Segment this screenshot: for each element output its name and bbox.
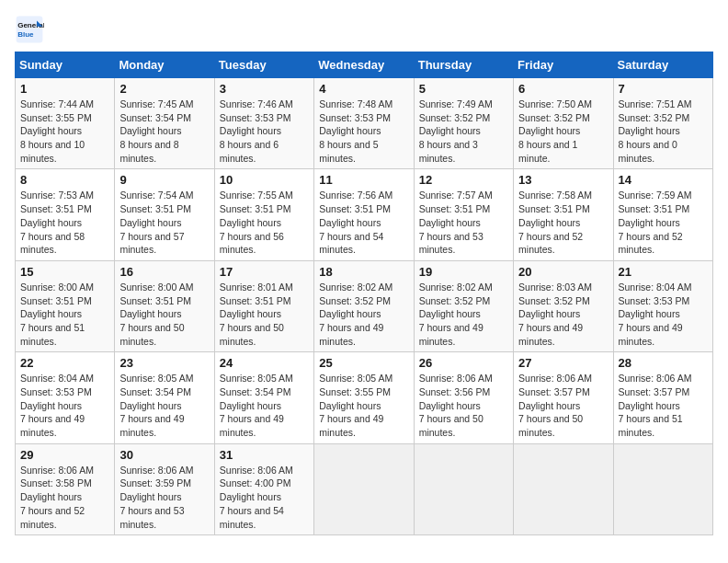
day-number: 27 <box>518 356 608 370</box>
day-info: Sunrise: 8:03 AM Sunset: 3:52 PM Dayligh… <box>518 281 608 348</box>
calendar-cell: 12 Sunrise: 7:57 AM Sunset: 3:51 PM Dayl… <box>414 169 513 260</box>
svg-text:Blue: Blue <box>17 30 34 39</box>
calendar-cell: 8 Sunrise: 7:53 AM Sunset: 3:51 PM Dayli… <box>16 169 115 260</box>
calendar: SundayMondayTuesdayWednesdayThursdayFrid… <box>15 52 713 535</box>
day-info: Sunrise: 8:06 AM Sunset: 4:00 PM Dayligh… <box>220 464 309 531</box>
day-number: 1 <box>20 82 109 96</box>
day-number: 10 <box>220 173 309 187</box>
day-info: Sunrise: 8:04 AM Sunset: 3:53 PM Dayligh… <box>619 281 708 348</box>
day-number: 21 <box>619 265 708 279</box>
calendar-cell: 1 Sunrise: 7:44 AM Sunset: 3:55 PM Dayli… <box>16 78 115 169</box>
calendar-cell: 29 Sunrise: 8:06 AM Sunset: 3:58 PM Dayl… <box>16 443 115 534</box>
calendar-cell <box>314 443 414 534</box>
day-info: Sunrise: 8:00 AM Sunset: 3:51 PM Dayligh… <box>119 281 209 348</box>
calendar-cell: 28 Sunrise: 8:06 AM Sunset: 3:57 PM Dayl… <box>613 352 712 443</box>
day-info: Sunrise: 7:46 AM Sunset: 3:53 PM Dayligh… <box>220 98 309 165</box>
calendar-cell: 23 Sunrise: 8:05 AM Sunset: 3:54 PM Dayl… <box>115 352 214 443</box>
day-info: Sunrise: 7:48 AM Sunset: 3:53 PM Dayligh… <box>319 98 408 165</box>
day-number: 22 <box>20 356 109 370</box>
day-header-friday: Friday <box>514 52 613 78</box>
logo-icon: General Blue <box>15 15 44 44</box>
day-info: Sunrise: 7:56 AM Sunset: 3:51 PM Dayligh… <box>319 189 408 256</box>
day-number: 11 <box>319 173 408 187</box>
calendar-cell: 4 Sunrise: 7:48 AM Sunset: 3:53 PM Dayli… <box>314 78 414 169</box>
calendar-cell: 14 Sunrise: 7:59 AM Sunset: 3:51 PM Dayl… <box>613 169 712 260</box>
calendar-cell: 22 Sunrise: 8:04 AM Sunset: 3:53 PM Dayl… <box>16 352 115 443</box>
day-number: 12 <box>419 173 508 187</box>
day-info: Sunrise: 8:06 AM Sunset: 3:57 PM Dayligh… <box>518 372 608 439</box>
day-info: Sunrise: 7:59 AM Sunset: 3:51 PM Dayligh… <box>619 189 708 256</box>
day-number: 30 <box>119 448 209 462</box>
day-number: 18 <box>319 265 408 279</box>
calendar-cell: 6 Sunrise: 7:50 AM Sunset: 3:52 PM Dayli… <box>514 78 613 169</box>
day-header-tuesday: Tuesday <box>214 52 313 78</box>
day-info: Sunrise: 7:58 AM Sunset: 3:51 PM Dayligh… <box>518 189 608 256</box>
day-number: 23 <box>119 356 209 370</box>
day-number: 3 <box>220 82 309 96</box>
calendar-cell: 10 Sunrise: 7:55 AM Sunset: 3:51 PM Dayl… <box>214 169 313 260</box>
day-number: 8 <box>20 173 109 187</box>
calendar-cell: 17 Sunrise: 8:01 AM Sunset: 3:51 PM Dayl… <box>214 260 313 351</box>
day-number: 17 <box>220 265 309 279</box>
week-row-3: 15 Sunrise: 8:00 AM Sunset: 3:51 PM Dayl… <box>16 260 713 351</box>
day-info: Sunrise: 7:44 AM Sunset: 3:55 PM Dayligh… <box>20 98 109 165</box>
calendar-cell: 11 Sunrise: 7:56 AM Sunset: 3:51 PM Dayl… <box>314 169 414 260</box>
day-header-thursday: Thursday <box>414 52 513 78</box>
day-header-saturday: Saturday <box>613 52 712 78</box>
calendar-cell: 31 Sunrise: 8:06 AM Sunset: 4:00 PM Dayl… <box>214 443 313 534</box>
calendar-cell: 30 Sunrise: 8:06 AM Sunset: 3:59 PM Dayl… <box>115 443 214 534</box>
day-header-wednesday: Wednesday <box>314 52 414 78</box>
calendar-cell: 13 Sunrise: 7:58 AM Sunset: 3:51 PM Dayl… <box>514 169 613 260</box>
week-row-2: 8 Sunrise: 7:53 AM Sunset: 3:51 PM Dayli… <box>16 169 713 260</box>
day-info: Sunrise: 8:06 AM Sunset: 3:59 PM Dayligh… <box>119 464 209 531</box>
calendar-cell <box>514 443 613 534</box>
day-number: 24 <box>220 356 309 370</box>
day-info: Sunrise: 7:49 AM Sunset: 3:52 PM Dayligh… <box>419 98 508 165</box>
week-row-5: 29 Sunrise: 8:06 AM Sunset: 3:58 PM Dayl… <box>16 443 713 534</box>
calendar-cell: 16 Sunrise: 8:00 AM Sunset: 3:51 PM Dayl… <box>115 260 214 351</box>
week-row-1: 1 Sunrise: 7:44 AM Sunset: 3:55 PM Dayli… <box>16 78 713 169</box>
day-number: 2 <box>119 82 209 96</box>
calendar-cell: 5 Sunrise: 7:49 AM Sunset: 3:52 PM Dayli… <box>414 78 513 169</box>
day-info: Sunrise: 8:05 AM Sunset: 3:55 PM Dayligh… <box>319 372 408 439</box>
day-number: 13 <box>518 173 608 187</box>
calendar-cell: 25 Sunrise: 8:05 AM Sunset: 3:55 PM Dayl… <box>314 352 414 443</box>
day-info: Sunrise: 8:06 AM Sunset: 3:57 PM Dayligh… <box>619 372 708 439</box>
calendar-cell: 3 Sunrise: 7:46 AM Sunset: 3:53 PM Dayli… <box>214 78 313 169</box>
day-info: Sunrise: 8:06 AM Sunset: 3:56 PM Dayligh… <box>419 372 508 439</box>
logo: General Blue <box>15 15 48 44</box>
day-info: Sunrise: 8:06 AM Sunset: 3:58 PM Dayligh… <box>20 464 109 531</box>
calendar-cell: 7 Sunrise: 7:51 AM Sunset: 3:52 PM Dayli… <box>613 78 712 169</box>
day-number: 26 <box>419 356 508 370</box>
day-number: 4 <box>319 82 408 96</box>
day-info: Sunrise: 7:53 AM Sunset: 3:51 PM Dayligh… <box>20 189 109 256</box>
day-info: Sunrise: 8:01 AM Sunset: 3:51 PM Dayligh… <box>220 281 309 348</box>
calendar-cell: 27 Sunrise: 8:06 AM Sunset: 3:57 PM Dayl… <box>514 352 613 443</box>
day-number: 19 <box>419 265 508 279</box>
day-info: Sunrise: 7:50 AM Sunset: 3:52 PM Dayligh… <box>518 98 608 165</box>
calendar-cell: 19 Sunrise: 8:02 AM Sunset: 3:52 PM Dayl… <box>414 260 513 351</box>
header-row: SundayMondayTuesdayWednesdayThursdayFrid… <box>16 52 713 78</box>
calendar-cell: 20 Sunrise: 8:03 AM Sunset: 3:52 PM Dayl… <box>514 260 613 351</box>
calendar-cell: 9 Sunrise: 7:54 AM Sunset: 3:51 PM Dayli… <box>115 169 214 260</box>
day-info: Sunrise: 8:02 AM Sunset: 3:52 PM Dayligh… <box>319 281 408 348</box>
day-number: 20 <box>518 265 608 279</box>
day-number: 29 <box>20 448 109 462</box>
header: General Blue <box>15 15 713 44</box>
calendar-cell: 2 Sunrise: 7:45 AM Sunset: 3:54 PM Dayli… <box>115 78 214 169</box>
day-number: 14 <box>619 173 708 187</box>
day-info: Sunrise: 7:54 AM Sunset: 3:51 PM Dayligh… <box>119 189 209 256</box>
calendar-cell: 15 Sunrise: 8:00 AM Sunset: 3:51 PM Dayl… <box>16 260 115 351</box>
day-info: Sunrise: 8:05 AM Sunset: 3:54 PM Dayligh… <box>220 372 309 439</box>
day-number: 28 <box>619 356 708 370</box>
calendar-cell: 24 Sunrise: 8:05 AM Sunset: 3:54 PM Dayl… <box>214 352 313 443</box>
day-number: 16 <box>119 265 209 279</box>
day-info: Sunrise: 7:57 AM Sunset: 3:51 PM Dayligh… <box>419 189 508 256</box>
day-number: 31 <box>220 448 309 462</box>
day-info: Sunrise: 7:55 AM Sunset: 3:51 PM Dayligh… <box>220 189 309 256</box>
calendar-cell: 26 Sunrise: 8:06 AM Sunset: 3:56 PM Dayl… <box>414 352 513 443</box>
day-info: Sunrise: 8:04 AM Sunset: 3:53 PM Dayligh… <box>20 372 109 439</box>
day-number: 5 <box>419 82 508 96</box>
day-number: 6 <box>518 82 608 96</box>
calendar-cell <box>613 443 712 534</box>
